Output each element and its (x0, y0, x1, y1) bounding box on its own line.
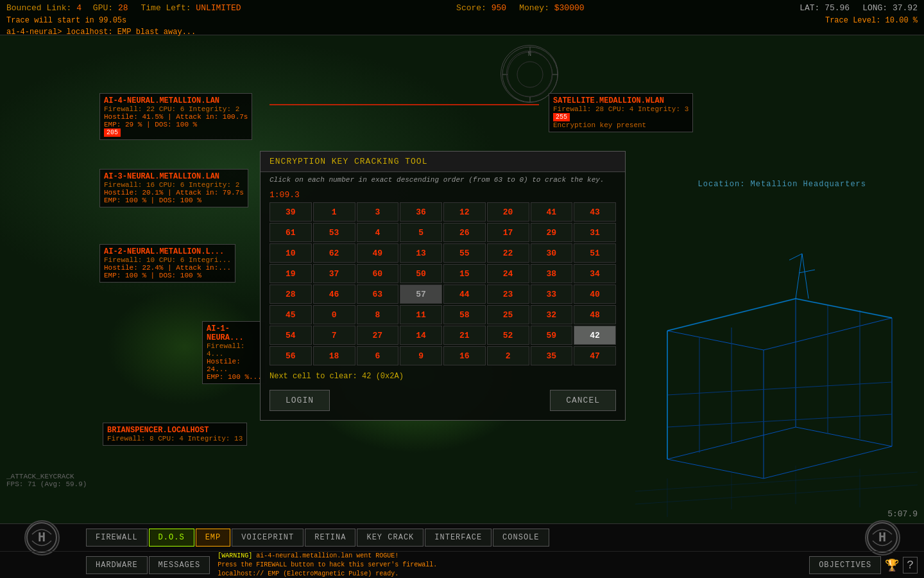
grid-cell-3[interactable]: 3 (357, 202, 399, 222)
grid-cell-5[interactable]: 5 (400, 223, 442, 242)
grid-cell-25[interactable]: 25 (487, 305, 529, 324)
grid-cell-2[interactable]: 2 (487, 346, 529, 365)
grid-cell-62[interactable]: 62 (313, 243, 355, 263)
grid-cell-4[interactable]: 4 (357, 223, 399, 242)
nav-emp-button[interactable]: EMP (196, 529, 231, 547)
grid-cell-18[interactable]: 18 (313, 346, 355, 365)
grid-cell-24[interactable]: 24 (487, 264, 529, 283)
grid-cell-52[interactable]: 52 (487, 326, 529, 345)
grid-cell-22[interactable]: 22 (487, 243, 529, 263)
grid-cell-38[interactable]: 38 (531, 264, 573, 283)
grid-cell-11[interactable]: 11 (400, 305, 442, 324)
grid-cell-40[interactable]: 40 (574, 285, 616, 304)
grid-cell-61[interactable]: 61 (270, 223, 312, 242)
grid-cell-49[interactable]: 49 (357, 243, 399, 263)
grid-cell-30[interactable]: 30 (531, 243, 573, 263)
node-ai3-emp: EMP: 100 % | DOS: 100 % (104, 197, 244, 204)
grid-cell-63[interactable]: 63 (357, 285, 399, 304)
cancel-button[interactable]: Cancel (550, 390, 616, 411)
grid-cell-19[interactable]: 19 (270, 264, 312, 283)
grid-cell-33[interactable]: 33 (531, 285, 573, 304)
node-ai4-title: AI-4-NEURAL.METALLION.LAN (104, 96, 248, 105)
hacker-logo-right: H (865, 520, 900, 556)
grid-cell-16[interactable]: 16 (443, 346, 486, 365)
grid-cell-42[interactable]: 42 (574, 326, 616, 345)
grid-cell-10[interactable]: 10 (270, 243, 312, 263)
node-ai3-firewall: Firewall: 16 CPU: 6 Integrity: 2 (104, 181, 244, 189)
grid-cell-41[interactable]: 41 (531, 202, 573, 222)
grid-cell-58[interactable]: 58 (443, 305, 486, 324)
grid-cell-0[interactable]: 0 (313, 305, 355, 324)
grid-cell-13[interactable]: 13 (400, 243, 442, 263)
nav-dos-button[interactable]: D.O.S (149, 529, 194, 547)
grid-cell-59[interactable]: 59 (531, 326, 573, 345)
nav-console-button[interactable]: CONSOLE (493, 529, 549, 547)
number-grid[interactable]: 3913361220414361534526172931106249135522… (270, 202, 616, 365)
grid-cell-8[interactable]: 8 (357, 305, 399, 324)
login-button[interactable]: LOGIN (270, 390, 330, 411)
nav-voiceprint-button[interactable]: VOICEPRINT (232, 529, 304, 547)
nav-keycrack-button[interactable]: KEY CRACK (357, 529, 424, 547)
node-brian[interactable]: BRIANSPENCER.LOCALHOST Firewall: 8 CPU: … (103, 423, 247, 446)
grid-cell-17[interactable]: 17 (487, 223, 529, 242)
grid-cell-14[interactable]: 14 (400, 326, 442, 345)
bounced-link: Bounced Link: 4 GPU: 28 (6, 3, 128, 14)
grid-cell-32[interactable]: 32 (531, 305, 573, 324)
nav-hardware-button[interactable]: HARDWARE (86, 556, 148, 574)
grid-cell-37[interactable]: 37 (313, 264, 355, 283)
grid-cell-45[interactable]: 45 (270, 305, 312, 324)
grid-cell-12[interactable]: 12 (443, 202, 486, 222)
grid-cell-47[interactable]: 47 (574, 346, 616, 365)
node-satellite-firewall: Firewall: 28 CPU: 4 Integrity: 3 (553, 105, 689, 113)
grid-cell-35[interactable]: 35 (531, 346, 573, 365)
nav-interface-button[interactable]: INTERFACE (425, 529, 492, 547)
grid-cell-29[interactable]: 29 (531, 223, 573, 242)
grid-cell-51[interactable]: 51 (574, 243, 616, 263)
grid-cell-1[interactable]: 1 (313, 202, 355, 222)
grid-cell-54[interactable]: 54 (270, 326, 312, 345)
node-brian-title: BRIANSPENCER.LOCALHOST (107, 426, 243, 435)
node-ai2-title: AI-2-NEURAL.METALLION.L... (104, 247, 231, 256)
node-ai4[interactable]: AI-4-NEURAL.METALLION.LAN Firewall: 22 C… (99, 93, 252, 140)
grid-cell-15[interactable]: 15 (443, 264, 486, 283)
node-ai2-hostile: Hostile: 22.4% | Attack in:... (104, 264, 231, 272)
fps-display: FPS: 71 (Avg: 59.9) (6, 480, 87, 488)
grid-cell-48[interactable]: 48 (574, 305, 616, 324)
grid-cell-55[interactable]: 55 (443, 243, 486, 263)
grid-cell-57[interactable]: 57 (400, 285, 442, 304)
nav-buttons: FIREWALL D.O.S EMP VOICEPRINT RETINA KEY… (83, 529, 841, 547)
node-satellite[interactable]: SATELLITE.MEDALLION.WLAN Firewall: 28 CP… (549, 93, 693, 132)
grid-cell-43[interactable]: 43 (574, 202, 616, 222)
grid-cell-56[interactable]: 56 (270, 346, 312, 365)
grid-cell-26[interactable]: 26 (443, 223, 486, 242)
nav-messages-button[interactable]: MESSAGES (149, 556, 210, 574)
grid-cell-50[interactable]: 50 (400, 264, 442, 283)
grid-cell-31[interactable]: 31 (574, 223, 616, 242)
logo-right: H (841, 520, 924, 556)
grid-cell-36[interactable]: 36 (400, 202, 442, 222)
grid-cell-6[interactable]: 6 (357, 346, 399, 365)
objectives-button[interactable]: OBJECTIVES (809, 556, 881, 574)
grid-cell-20[interactable]: 20 (487, 202, 529, 222)
node-ai2[interactable]: AI-2-NEURAL.METALLION.L... Firewall: 10 … (99, 244, 235, 283)
trophy-icon[interactable]: 🏆 (885, 558, 899, 572)
node-ai3[interactable]: AI-3-NEURAL.METALLION.LAN Firewall: 16 C… (99, 169, 248, 207)
grid-cell-9[interactable]: 9 (400, 346, 442, 365)
grid-cell-23[interactable]: 23 (487, 285, 529, 304)
nav-retina-button[interactable]: RETINA (305, 529, 355, 547)
help-icon[interactable]: ? (903, 557, 918, 574)
node-ai1[interactable]: AI-1-NEURA... Firewall: 4... Hostile: 24… (202, 321, 266, 384)
hud-left: Bounced Link: 4 GPU: 28 Time Left: UNLIM… (6, 3, 241, 14)
grid-cell-44[interactable]: 44 (443, 285, 486, 304)
grid-cell-34[interactable]: 34 (574, 264, 616, 283)
grid-cell-21[interactable]: 21 (443, 326, 486, 345)
grid-cell-53[interactable]: 53 (313, 223, 355, 242)
svg-line-30 (802, 254, 809, 299)
grid-cell-7[interactable]: 7 (313, 326, 355, 345)
nav-firewall-button[interactable]: FIREWALL (86, 529, 148, 547)
grid-cell-46[interactable]: 46 (313, 285, 355, 304)
grid-cell-39[interactable]: 39 (270, 202, 312, 222)
grid-cell-27[interactable]: 27 (357, 326, 399, 345)
grid-cell-60[interactable]: 60 (357, 264, 399, 283)
grid-cell-28[interactable]: 28 (270, 285, 312, 304)
